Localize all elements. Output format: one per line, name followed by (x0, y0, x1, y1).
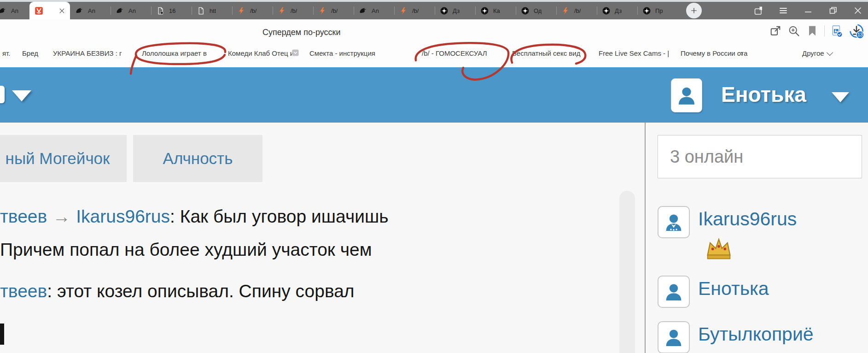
bookmark-item[interactable]: Free Live Sex Cams - | (599, 49, 669, 57)
user-menu-caret-icon[interactable] (832, 92, 849, 102)
tab-title: Дз (615, 7, 622, 14)
chat-message: твеев→Ikarus96rus: Как был уговор ишачиш… (0, 206, 389, 227)
collections-image-icon[interactable] (830, 24, 843, 37)
browser-tab[interactable]: An (70, 2, 111, 19)
person-icon (663, 281, 685, 303)
close-tab-icon[interactable] (58, 7, 65, 14)
user-list-avatar[interactable] (658, 276, 690, 308)
user-list-avatar[interactable] (658, 206, 690, 238)
person-admin-icon (663, 211, 685, 233)
site-header: Енотька (0, 67, 868, 123)
bookmark-item[interactable]: Лололошка играет в (142, 49, 207, 57)
chat-scrollbar-thumb[interactable] (619, 191, 635, 353)
lightning-icon (237, 6, 246, 15)
browser-tab[interactable]: Ка (475, 2, 516, 19)
browser-tab[interactable]: /b/ (273, 2, 313, 19)
user-avatar[interactable] (671, 78, 702, 112)
zen-star-icon (440, 6, 449, 15)
online-count-box: 3 онлайн (658, 135, 862, 178)
user-list-name[interactable]: Бутылкоприё (698, 324, 814, 345)
tab-title: 16 (169, 7, 175, 14)
chat-message: твеев: этот козел описывал. Спину сорвал (0, 281, 355, 301)
bookmarks-other-folder[interactable]: Другое (802, 49, 832, 57)
tab-title: Пр (655, 7, 663, 14)
crown-icon (705, 235, 733, 260)
tab-actions-icon[interactable] (753, 5, 764, 16)
header-left-button[interactable] (0, 86, 5, 103)
browser-tab[interactable]: /b/ (313, 2, 354, 19)
chat-text: : этот козел описывал. Спину сорвал (47, 281, 354, 301)
menu-icon[interactable] (778, 5, 789, 16)
bookmark-item[interactable]: УКРАИНА БЕЗВИЗ : г (53, 49, 122, 57)
chat-recipient-link[interactable]: Ikarus96rus (76, 206, 170, 226)
lightning-icon (399, 6, 408, 15)
bookmarks-other-label: Другое (802, 49, 824, 57)
share-icon[interactable] (769, 24, 782, 37)
person-icon (675, 84, 698, 107)
window-controls (753, 2, 863, 19)
browser-tab[interactable]: An (111, 2, 151, 19)
bookmark-item[interactable]: /b/ - ГОМОСЕКСУАЛ (422, 49, 487, 57)
chat-sender-link[interactable]: твеев (0, 281, 47, 301)
browser-tab[interactable]: Од (516, 2, 556, 19)
browser-tab[interactable]: Дз (597, 2, 637, 19)
sidebar-divider (645, 123, 646, 353)
user-list-name[interactable]: Енотька (698, 278, 769, 300)
chat-sender-link[interactable]: твеев (0, 206, 47, 226)
room-tab[interactable]: Алчность (133, 135, 262, 182)
lightning-icon (561, 6, 570, 15)
browser-tab[interactable]: htt (192, 2, 232, 19)
browser-tab[interactable]: An (0, 2, 29, 19)
new-tab-button[interactable] (686, 3, 702, 18)
bookmark-item[interactable]: Бесплатный секс вид (512, 49, 580, 57)
chat-text: Причем попал на более худший участок чем (0, 240, 372, 259)
tab-title: An (372, 7, 379, 14)
favorites-icon[interactable] (806, 24, 819, 37)
browser-tab[interactable]: An (354, 2, 394, 19)
bookmark-item[interactable]: Бред (22, 49, 38, 57)
close-window-icon[interactable] (852, 5, 863, 16)
bird-icon (0, 6, 7, 15)
bookmark-favicon[interactable] (291, 49, 299, 57)
browser-tab[interactable]: /b/ (394, 2, 435, 19)
browser-tab[interactable]: Дз (435, 2, 475, 19)
bookmark-item[interactable]: ят. (2, 49, 11, 57)
restore-icon[interactable] (827, 5, 839, 16)
tab-title: /b/ (412, 7, 419, 14)
tab-title: /b/ (291, 7, 297, 14)
bookmark-item[interactable]: Смекта - инструкция (309, 49, 375, 57)
clipped-text-fragment (0, 324, 4, 345)
tab-strip: An An An 16 htt /b/ /b/ /b/ An /b/ Дз Ка… (0, 2, 868, 19)
zen-star-icon (642, 6, 651, 15)
chat-text: : Как был уговор ишачишь (170, 206, 389, 226)
user-menu[interactable]: Енотька (721, 82, 806, 107)
document-icon (197, 6, 205, 15)
tab-title: /b/ (574, 7, 581, 14)
tab-title: /b/ (331, 7, 338, 14)
divider (824, 25, 825, 36)
user-list-name[interactable]: Ikarus96rus (698, 208, 797, 230)
lightning-icon (318, 6, 327, 15)
minimize-icon[interactable] (803, 5, 814, 16)
tab-title: An (128, 7, 136, 14)
bird-icon (75, 6, 84, 15)
online-count: 3 онлайн (670, 147, 743, 167)
room-tab[interactable]: ный Могейчок (0, 135, 127, 182)
browser-tab[interactable]: /b/ (556, 2, 597, 19)
browser-tab[interactable]: Пр (637, 2, 678, 19)
browser-tab[interactable]: 16 (151, 2, 192, 19)
downloads-icon[interactable]: 13 (849, 23, 864, 39)
tab-title: An (11, 7, 18, 14)
browser-tab-active[interactable] (29, 2, 70, 19)
arrow-icon: → (52, 206, 70, 226)
zoom-in-icon[interactable] (787, 24, 800, 37)
tab-title: /b/ (250, 7, 256, 14)
dropdown-caret-icon[interactable] (12, 90, 31, 101)
browser-toolbar: Супердем по-русски 13 ят. Бред УКРАИНА Б… (0, 19, 868, 67)
user-list-avatar[interactable] (658, 321, 690, 353)
bookmark-item[interactable]: Почему в России ста (681, 49, 747, 57)
bookmarks-overflow-button[interactable]: » (739, 49, 743, 58)
toolbar-icons: 13 (769, 23, 864, 39)
browser-tab[interactable]: /b/ (232, 2, 273, 19)
bookmark-item[interactable]: Комеди Клаб Отец и (228, 49, 294, 57)
